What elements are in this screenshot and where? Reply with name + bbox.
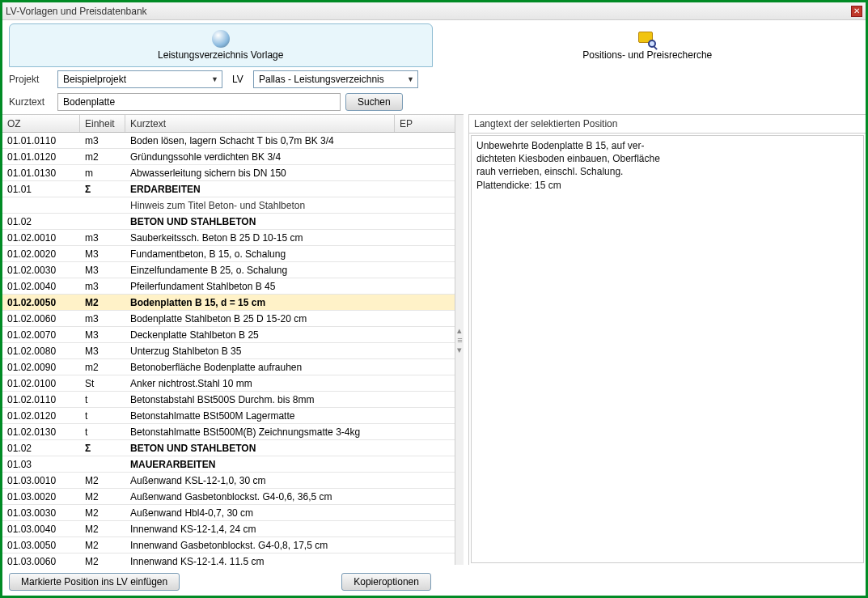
cell-oz: 01.01 bbox=[2, 184, 80, 195]
table-row[interactable]: 01.03.0030M2Außenwand Hbl4-0,7, 30 cm bbox=[2, 505, 455, 521]
table-row[interactable]: 01.02BETON UND STAHLBETON bbox=[2, 214, 455, 230]
bottom-bar: Markierte Position ins LV einfügen Kopie… bbox=[9, 573, 431, 591]
kurztext-label: Kurztext bbox=[9, 96, 53, 108]
cell-oz: 01.02.0130 bbox=[2, 426, 80, 438]
table-row[interactable]: 01.02.0060m3Bodenplatte Stahlbeton B 25 … bbox=[2, 311, 455, 327]
table-row[interactable]: Hinweis zum Titel Beton- und Stahlbeton bbox=[2, 197, 455, 214]
cell-kurztext: Innenwand Gasbetonblockst. G4-0,8, 17,5 … bbox=[125, 540, 395, 551]
cell-kurztext: Deckenplatte Stahlbeton B 25 bbox=[125, 329, 395, 341]
cell-kurztext: Innenwand KS-12-1,4, 24 cm bbox=[125, 524, 395, 535]
lv-dropdown[interactable]: Pallas - Leistungsverzeichnis bbox=[253, 70, 418, 88]
th-oz[interactable]: OZ bbox=[2, 115, 80, 132]
cell-kurztext: BETON UND STAHLBETON bbox=[125, 216, 395, 227]
table-row[interactable]: 01.02.0070M3Deckenplatte Stahlbeton B 25 bbox=[2, 327, 455, 343]
cell-oz: 01.02.0040 bbox=[2, 281, 80, 292]
cell-einheit: St bbox=[80, 378, 125, 389]
table-row[interactable]: 01.02.0040m3Pfeilerfundament Stahlbeton … bbox=[2, 278, 455, 295]
cell-oz: 01.02.0110 bbox=[2, 394, 80, 405]
table-row[interactable]: 01.03.0010M2Außenwand KSL-12-1,0, 30 cm bbox=[2, 473, 455, 489]
cell-kurztext: Betonstabstahl BSt500S Durchm. bis 8mm bbox=[125, 394, 395, 405]
splitter-grip-icon: ▴≡▾ bbox=[457, 325, 461, 354]
cell-oz: 01.03.0050 bbox=[2, 540, 80, 551]
tab-research[interactable]: Positions- und Preisrecherche bbox=[436, 23, 860, 67]
cell-einheit: M3 bbox=[80, 265, 125, 276]
table-row[interactable]: 01.02.0020M3Fundamentbeton, B 15, o. Sch… bbox=[2, 246, 455, 262]
cell-kurztext: Fundamentbeton, B 15, o. Schalung bbox=[125, 248, 395, 260]
table-row[interactable]: 01.01.0130mAbwasserleitung sichern bis D… bbox=[2, 165, 455, 181]
kurztext-input[interactable] bbox=[57, 93, 341, 111]
cell-einheit: M2 bbox=[80, 540, 125, 551]
cell-kurztext: Außenwand Hbl4-0,7, 30 cm bbox=[125, 507, 395, 519]
lv-label: LV bbox=[232, 74, 248, 85]
cell-kurztext: Sauberkeitssch. Beton B 25 D 10-15 cm bbox=[125, 232, 395, 244]
cell-kurztext: Innenwand KS-12-1,4, 11,5 cm bbox=[125, 556, 395, 566]
table-row[interactable]: 01.01.0120m2Gründungssohle verdichten BK… bbox=[2, 149, 455, 165]
close-icon[interactable]: ✕ bbox=[851, 6, 862, 17]
th-ep[interactable]: EP bbox=[395, 115, 455, 132]
cell-einheit: m2 bbox=[80, 151, 125, 163]
cell-einheit: m3 bbox=[80, 313, 125, 324]
cell-kurztext: Bodenplatte Stahlbeton B 25 D 15-20 cm bbox=[125, 313, 395, 324]
cell-oz: 01.02.0010 bbox=[2, 232, 80, 244]
cell-kurztext: MAUERARBEITEN bbox=[125, 459, 395, 470]
cell-kurztext: ERDARBEITEN bbox=[125, 184, 395, 195]
table-row[interactable]: 01.03.0050M2Innenwand Gasbetonblockst. G… bbox=[2, 537, 455, 553]
table-row[interactable]: 01.01.0110m3Boden lösen, lagern Schacht … bbox=[2, 133, 455, 149]
cell-einheit: M2 bbox=[80, 507, 125, 519]
tab-template[interactable]: Leistungsverzeichnis Vorlage bbox=[9, 23, 433, 67]
cell-einheit: m3 bbox=[80, 135, 125, 146]
cell-oz: 01.02.0120 bbox=[2, 410, 80, 422]
cell-kurztext: Betonoberfläche Bodenplatte aufrauhen bbox=[125, 362, 395, 373]
detail-body: Unbewehrte Bodenplatte B 15, auf ver- di… bbox=[471, 135, 864, 563]
cell-einheit: Σ bbox=[80, 443, 125, 454]
cell-kurztext: Einzelfundamente B 25, o. Schalung bbox=[125, 265, 395, 276]
cell-oz: 01.02 bbox=[2, 443, 80, 454]
table-row[interactable]: 01.01ΣERDARBEITEN bbox=[2, 181, 455, 197]
cell-oz: 01.02.0030 bbox=[2, 265, 80, 276]
cell-einheit: t bbox=[80, 394, 125, 405]
titlebar: LV-Vorlagen und Preisdatenbank ✕ bbox=[2, 2, 866, 20]
content-area: OZ Einheit Kurztext EP 01.01.0110m3Boden… bbox=[2, 114, 866, 565]
projekt-dropdown[interactable]: Beispielprojekt bbox=[57, 70, 222, 88]
search-button[interactable]: Suchen bbox=[345, 93, 403, 111]
detail-header: Langtext der selektierten Position bbox=[469, 115, 866, 134]
tab-template-label: Leistungsverzeichnis Vorlage bbox=[158, 49, 283, 61]
cell-oz: 01.01.0110 bbox=[2, 135, 80, 146]
copy-options-button[interactable]: Kopieroptionen bbox=[341, 573, 431, 591]
cell-oz: 01.01.0120 bbox=[2, 151, 80, 163]
table-row[interactable]: 01.02.0130tBetonstahlmatte BSt500M(B) Ze… bbox=[2, 424, 455, 440]
cell-kurztext: Pfeilerfundament Stahlbeton B 45 bbox=[125, 281, 395, 292]
table-row[interactable]: 01.02.0010m3Sauberkeitssch. Beton B 25 D… bbox=[2, 230, 455, 246]
table-row[interactable]: 01.03MAUERARBEITEN bbox=[2, 456, 455, 473]
table-row[interactable]: 01.02ΣBETON UND STAHLBETON bbox=[2, 440, 455, 456]
table-body[interactable]: 01.01.0110m3Boden lösen, lagern Schacht … bbox=[2, 133, 455, 565]
table-row[interactable]: 01.02.0080M3Unterzug Stahlbeton B 35 bbox=[2, 343, 455, 359]
table-row[interactable]: 01.02.0090m2Betonoberfläche Bodenplatte … bbox=[2, 359, 455, 375]
table-row[interactable]: 01.03.0020M2Außenwand Gasbetonblockst. G… bbox=[2, 489, 455, 505]
cell-kurztext: Bodenplatten B 15, d = 15 cm bbox=[125, 297, 395, 308]
th-kurztext[interactable]: Kurztext bbox=[125, 115, 395, 132]
projekt-value: Beispielprojekt bbox=[63, 74, 126, 85]
cell-oz: 01.02.0070 bbox=[2, 329, 80, 341]
table-row[interactable]: 01.02.0100StAnker nichtrost.Stahl 10 mm bbox=[2, 375, 455, 392]
cell-einheit: M2 bbox=[80, 524, 125, 535]
cell-kurztext: Betonstahlmatte BSt500M Lagermatte bbox=[125, 410, 395, 422]
cell-oz: 01.02.0060 bbox=[2, 313, 80, 324]
cell-kurztext: Abwasserleitung sichern bis DN 150 bbox=[125, 168, 395, 179]
cell-kurztext: BETON UND STAHLBETON bbox=[125, 443, 395, 454]
splitter[interactable]: ▴≡▾ bbox=[455, 114, 464, 565]
cell-oz: 01.02.0100 bbox=[2, 378, 80, 389]
table-row[interactable]: 01.02.0030M3Einzelfundamente B 25, o. Sc… bbox=[2, 262, 455, 278]
insert-button[interactable]: Markierte Position ins LV einfügen bbox=[9, 573, 180, 591]
table-row[interactable]: 01.03.0040M2Innenwand KS-12-1,4, 24 cm bbox=[2, 521, 455, 537]
cell-oz: 01.02 bbox=[2, 216, 80, 227]
cell-einheit: M2 bbox=[80, 556, 125, 566]
table-row[interactable]: 01.03.0060M2Innenwand KS-12-1,4, 11,5 cm bbox=[2, 553, 455, 565]
cell-kurztext: Gründungssohle verdichten BK 3/4 bbox=[125, 151, 395, 163]
table-row[interactable]: 01.02.0120tBetonstahlmatte BSt500M Lager… bbox=[2, 408, 455, 424]
cell-einheit: Σ bbox=[80, 184, 125, 195]
th-einheit[interactable]: Einheit bbox=[80, 115, 125, 132]
cell-einheit: M3 bbox=[80, 329, 125, 341]
table-row[interactable]: 01.02.0110tBetonstabstahl BSt500S Durchm… bbox=[2, 392, 455, 408]
table-row[interactable]: 01.02.0050M2Bodenplatten B 15, d = 15 cm bbox=[2, 295, 455, 311]
